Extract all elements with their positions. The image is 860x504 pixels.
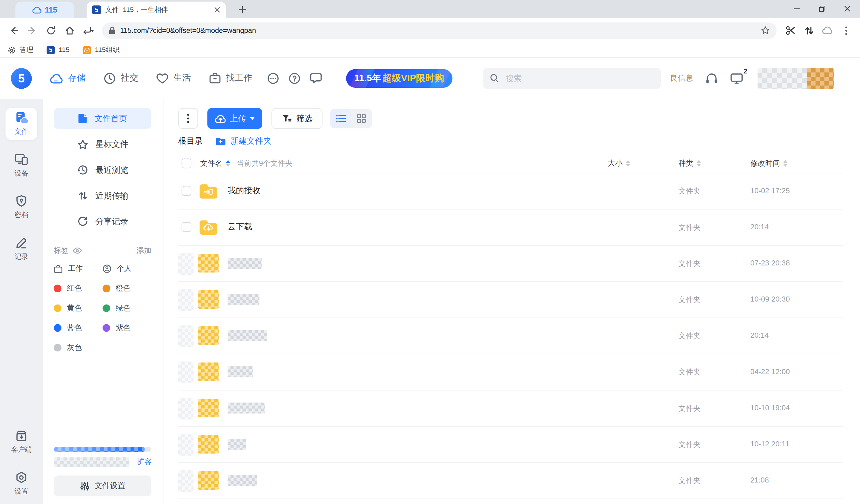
nav-social[interactable]: 社交 (104, 72, 138, 84)
bookmark-manage[interactable]: 管理 (8, 45, 33, 55)
sidebar-item-starred[interactable]: 星标文件 (54, 134, 152, 155)
sidebar-item-shares[interactable]: 分享记录 (54, 211, 152, 232)
nav-life[interactable]: 生活 (156, 72, 191, 84)
column-type[interactable]: 种类 (678, 159, 701, 169)
tag-item[interactable]: 蓝色 (54, 323, 102, 333)
folder-count-note: 当前共9个文件夹 (237, 159, 293, 169)
search-box[interactable] (483, 68, 661, 89)
cloud-sync-icon[interactable] (818, 21, 837, 40)
sidebar-item-recent[interactable]: 最近浏览 (54, 159, 152, 180)
minimize-button[interactable] (785, 0, 809, 18)
name-sort-icons[interactable] (226, 160, 230, 167)
app-logo[interactable]: 5 (11, 68, 32, 89)
back-button[interactable] (4, 21, 23, 40)
help-circle-icon[interactable] (288, 72, 300, 84)
tag-item[interactable]: 橙色 (102, 284, 151, 293)
cloud-logo-icon (32, 6, 42, 13)
headset-icon[interactable] (705, 72, 718, 84)
tag-item[interactable]: 工作 (54, 264, 102, 274)
table-row[interactable]: 我的接收文件夹10-02 17:25 (178, 173, 843, 209)
column-time[interactable]: 修改时间 (750, 159, 788, 169)
column-name[interactable]: 文件名 (200, 159, 222, 169)
reload-button[interactable] (42, 21, 60, 40)
row-checkbox[interactable] (182, 186, 191, 196)
search-input[interactable] (504, 73, 654, 83)
filter-button[interactable]: 筛选 (271, 108, 322, 129)
tag-item[interactable]: 紫色 (102, 323, 151, 333)
url-text: 115.com/?cid=0&offset=0&mode=wangpan (120, 26, 761, 35)
tag-item[interactable]: 绿色 (102, 303, 151, 313)
tag-item[interactable]: 个人 (102, 264, 151, 274)
tag-item[interactable]: 红色 (54, 284, 102, 293)
column-size[interactable]: 大小 (608, 159, 630, 169)
table-row[interactable]: 文件夹21:08 (178, 463, 843, 499)
return-button[interactable] (79, 21, 97, 40)
censored-file-name (228, 366, 253, 377)
upload-button[interactable]: 上传 (207, 108, 262, 129)
rail-item-notes[interactable]: 记录 (5, 233, 37, 265)
tags-add-link[interactable]: 添加 (137, 246, 152, 256)
rail-item-files[interactable]: 文件 (5, 108, 37, 140)
rail-item-devices[interactable]: 设备 (5, 149, 37, 182)
scissors-icon[interactable] (781, 21, 800, 40)
tab-close-icon[interactable] (214, 6, 220, 13)
table-row[interactable]: 文件夹10-12 20:11 (178, 427, 843, 463)
more-circle-icon[interactable] (267, 72, 279, 84)
nav-storage[interactable]: 存储 (50, 72, 85, 84)
nav-jobs[interactable]: 找工作 (209, 72, 252, 84)
browser-menu-icon[interactable] (837, 21, 856, 40)
expand-storage-link[interactable]: 扩容 (137, 457, 152, 467)
bookmark-115-org[interactable]: 115组织 (83, 45, 119, 55)
censored-checkbox-area (178, 434, 194, 456)
browser-toolbar: 115.com/?cid=0&offset=0&mode=wangpan (0, 18, 860, 43)
sort-transfer-icon[interactable] (800, 21, 818, 40)
breadcrumb-root[interactable]: 根目录 (178, 136, 203, 147)
file-name[interactable]: 我的接收 (228, 185, 260, 196)
table-row[interactable]: 文件夹04-22 12:00 (178, 355, 843, 390)
vip-banner[interactable]: 11.5年 超级VIP限时购 (346, 69, 453, 87)
more-actions-button[interactable] (178, 108, 198, 129)
pinned-tab-115[interactable]: 115 (15, 2, 74, 18)
tag-label: 灰色 (67, 343, 82, 352)
new-tab-button[interactable] (236, 3, 249, 16)
bookmark-star-icon[interactable] (761, 26, 770, 35)
tag-item[interactable]: 灰色 (54, 343, 102, 352)
restore-button[interactable] (809, 0, 835, 18)
file-name[interactable]: 云下载 (228, 221, 252, 232)
rail-item-vault[interactable]: 密档 (5, 191, 37, 223)
censored-folder-icon (198, 326, 219, 345)
forward-button[interactable] (23, 21, 42, 40)
close-window-button[interactable] (835, 0, 860, 18)
table-row[interactable]: 文件夹20:14 (178, 318, 843, 354)
eye-icon[interactable] (72, 247, 82, 254)
sidebar-item-file-home[interactable]: 文件首页 (54, 108, 152, 129)
table-row[interactable]: 文件夹10-10 19:04 (178, 390, 843, 427)
table-row[interactable]: 云下载文件夹20:14 (178, 210, 843, 246)
list-view-button[interactable] (330, 109, 351, 128)
sidebar-label: 分享记录 (96, 216, 128, 227)
select-all-checkbox[interactable] (182, 159, 191, 169)
new-folder-button[interactable]: 新建文件夹 (216, 136, 271, 147)
report-link[interactable]: 良信息 (670, 73, 693, 83)
rail-item-client[interactable]: 客户端 (5, 426, 37, 458)
chat-icon[interactable] (310, 72, 322, 84)
rail-item-settings[interactable]: 设置 (5, 468, 37, 500)
avatar[interactable] (757, 68, 834, 89)
messages-icon[interactable]: 2 (730, 72, 743, 84)
table-row[interactable]: 文件夹07-23 20:38 (178, 246, 843, 282)
bookmark-label: 管理 (20, 45, 33, 55)
home-button[interactable] (60, 21, 79, 40)
url-bar[interactable]: 115.com/?cid=0&offset=0&mode=wangpan (102, 22, 777, 39)
table-row[interactable]: 文件夹10-09 20:30 (178, 282, 843, 318)
messages-badge: 2 (744, 67, 747, 75)
sidebar-item-transfers[interactable]: 近期传输 (54, 185, 152, 206)
row-checkbox[interactable] (182, 222, 191, 232)
sidebar-label: 最近浏览 (96, 165, 128, 175)
grid-view-button[interactable] (351, 109, 372, 128)
tag-color-dot (54, 324, 61, 332)
tag-item[interactable]: 黄色 (54, 303, 102, 313)
bookmark-115[interactable]: 5 115 (46, 46, 70, 54)
file-settings-button[interactable]: 文件设置 (54, 475, 152, 496)
settings-hex-icon (15, 471, 28, 484)
active-tab[interactable]: 5 文件_115，一生相伴 (87, 2, 226, 18)
